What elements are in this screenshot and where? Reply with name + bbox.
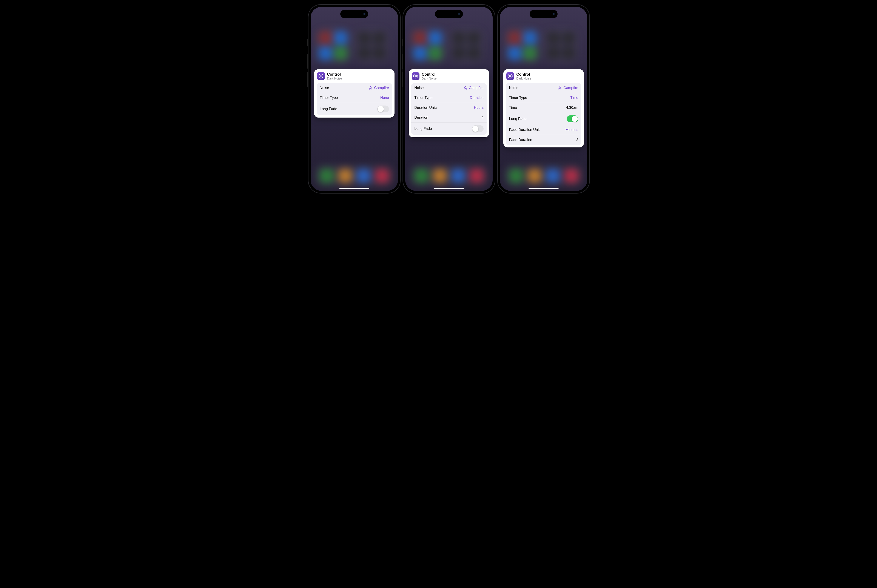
row-long-fade[interactable]: Long Fade bbox=[317, 103, 392, 115]
card-title: Control bbox=[516, 72, 531, 77]
row-label: Fade Duration Unit bbox=[509, 128, 540, 132]
row-timer-type[interactable]: Timer Type Time bbox=[506, 93, 581, 103]
row-timer-type[interactable]: Timer Type Duration bbox=[411, 93, 487, 103]
settings-list: Noise Campfire Timer Type Duration bbox=[411, 83, 487, 135]
row-noise[interactable]: Noise Campfire bbox=[411, 83, 487, 93]
row-label: Long Fade bbox=[509, 117, 527, 121]
row-label: Timer Type bbox=[414, 96, 432, 100]
app-icon bbox=[317, 72, 325, 80]
long-fade-switch[interactable] bbox=[472, 125, 484, 132]
shortcut-card: Control Dark Noise Noise Campfire bbox=[409, 69, 489, 137]
phone-screen: Control Dark Noise Noise Campfire bbox=[500, 7, 587, 191]
card-header: Control Dark Noise bbox=[411, 72, 487, 83]
dynamic-island bbox=[530, 10, 558, 18]
row-label: Noise bbox=[414, 86, 424, 90]
row-value: Campfire bbox=[558, 86, 578, 90]
long-fade-switch[interactable] bbox=[377, 105, 389, 112]
settings-list: Noise Campfire Timer Type None bbox=[317, 83, 392, 115]
row-label: Duration bbox=[414, 116, 428, 120]
row-long-fade[interactable]: Long Fade bbox=[411, 123, 487, 135]
row-label: Noise bbox=[320, 86, 329, 90]
row-label: Timer Type bbox=[320, 96, 338, 100]
row-noise[interactable]: Noise Campfire bbox=[317, 83, 392, 93]
shortcut-card: Control Dark Noise Noise Campfire bbox=[314, 69, 394, 117]
row-label: Long Fade bbox=[320, 107, 337, 111]
home-indicator[interactable] bbox=[434, 188, 464, 189]
long-fade-switch[interactable] bbox=[567, 116, 578, 122]
row-value: Hours bbox=[474, 105, 484, 110]
app-icon bbox=[412, 72, 420, 80]
campfire-icon bbox=[463, 86, 468, 90]
row-long-fade[interactable]: Long Fade bbox=[506, 113, 581, 125]
row-value: Campfire bbox=[369, 86, 389, 90]
row-fade-duration-unit[interactable]: Fade Duration Unit Minutes bbox=[506, 125, 581, 135]
phone-mockup: Control Dark Noise Noise Campfire bbox=[308, 4, 400, 194]
phone-mockup: Control Dark Noise Noise Campfire bbox=[403, 4, 495, 194]
settings-list: Noise Campfire Timer Type Time bbox=[506, 83, 581, 145]
row-value: 2 bbox=[576, 138, 578, 142]
card-header: Control Dark Noise bbox=[506, 72, 581, 83]
row-duration[interactable]: Duration 4 bbox=[411, 113, 487, 123]
home-indicator[interactable] bbox=[339, 188, 369, 189]
card-subtitle: Dark Noise bbox=[327, 77, 342, 80]
dynamic-island bbox=[340, 10, 368, 18]
phone-screen: Control Dark Noise Noise Campfire bbox=[405, 7, 493, 191]
row-fade-duration[interactable]: Fade Duration 2 bbox=[506, 135, 581, 145]
row-value: Duration bbox=[470, 96, 484, 100]
dynamic-island bbox=[435, 10, 463, 18]
phone-mockup: Control Dark Noise Noise Campfire bbox=[497, 4, 590, 194]
shortcut-card: Control Dark Noise Noise Campfire bbox=[503, 69, 584, 147]
card-title: Control bbox=[422, 72, 436, 77]
row-duration-units[interactable]: Duration Units Hours bbox=[411, 103, 487, 113]
row-label: Fade Duration bbox=[509, 138, 532, 142]
card-header: Control Dark Noise bbox=[317, 72, 392, 83]
row-label: Long Fade bbox=[414, 127, 432, 131]
row-value: Time bbox=[570, 96, 578, 100]
row-value: None bbox=[380, 96, 389, 100]
phone-screen: Control Dark Noise Noise Campfire bbox=[311, 7, 398, 191]
row-value: Campfire bbox=[463, 86, 484, 90]
row-value: 4:30am bbox=[566, 105, 578, 110]
row-label: Time bbox=[509, 105, 517, 110]
card-subtitle: Dark Noise bbox=[422, 77, 436, 80]
campfire-icon bbox=[369, 86, 373, 90]
row-noise[interactable]: Noise Campfire bbox=[506, 83, 581, 93]
card-subtitle: Dark Noise bbox=[516, 77, 531, 80]
row-label: Noise bbox=[509, 86, 518, 90]
row-label: Duration Units bbox=[414, 105, 438, 110]
row-value: 4 bbox=[481, 116, 484, 120]
card-title: Control bbox=[327, 72, 342, 77]
row-value: Minutes bbox=[566, 128, 578, 132]
row-time[interactable]: Time 4:30am bbox=[506, 103, 581, 113]
app-icon bbox=[506, 72, 514, 80]
campfire-icon bbox=[558, 86, 562, 90]
home-indicator[interactable] bbox=[528, 188, 559, 189]
row-label: Timer Type bbox=[509, 96, 527, 100]
row-timer-type[interactable]: Timer Type None bbox=[317, 93, 392, 103]
